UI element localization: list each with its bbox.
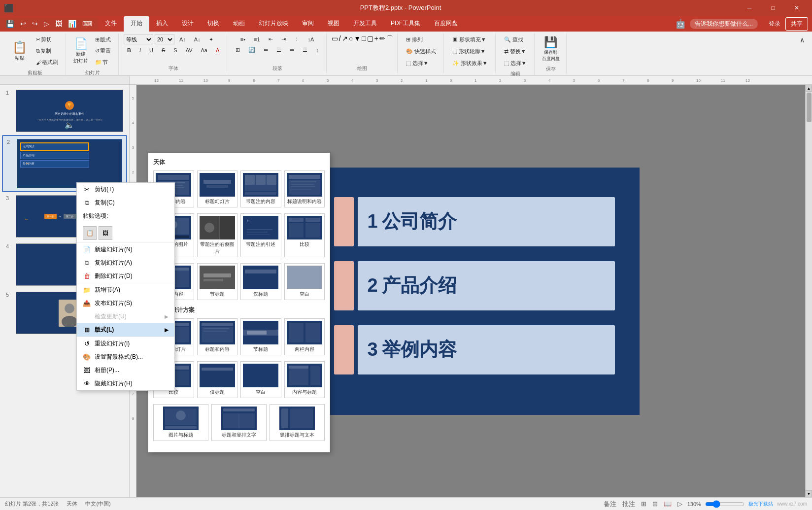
tab-home[interactable]: 开始	[124, 16, 149, 32]
justify-button[interactable]: ☰	[299, 45, 311, 55]
tab-slideshow[interactable]: 幻灯片放映	[252, 16, 295, 32]
shape-arrow-tool[interactable]: ↗	[342, 34, 348, 43]
format-painter-button[interactable]: 🖌格式刷	[33, 57, 62, 68]
shape-circle-tool[interactable]: ○	[349, 34, 353, 43]
font-size-select[interactable]: 20	[155, 34, 174, 44]
layout-section[interactable]: 节标题	[197, 263, 238, 300]
save-to-cloud-button[interactable]: 💾 保存到百度网盘	[540, 34, 562, 64]
align-center-button[interactable]: ☰	[273, 45, 285, 55]
shape-line-tool[interactable]: /	[339, 34, 341, 43]
shape-fill-button[interactable]: ▣ 形状填充▼	[449, 34, 491, 45]
shape-effect-button[interactable]: ✨ 形状效果▼	[449, 58, 491, 68]
qat-save-button[interactable]: 💾	[4, 19, 16, 29]
layout-button[interactable]: ⊞版式	[92, 34, 114, 45]
layout-title-vert[interactable]: 标题和竖排文字	[211, 404, 267, 441]
ctx-layout[interactable]: ⊞ 版式(L) ▶	[77, 323, 174, 337]
decrease-indent-button[interactable]: ⇤	[265, 34, 276, 44]
increase-indent-button[interactable]: ⇥	[278, 34, 289, 44]
ctx-hide-slide[interactable]: 👁 隐藏幻灯片(H)	[77, 377, 174, 390]
column-button[interactable]: ⋮	[291, 34, 303, 44]
vscroll-up-button[interactable]: ▲	[806, 85, 812, 92]
slide-image-1[interactable]: 🏆 历史记录中的著名事件 一些关于人类历史事件的有趣信息，请注意，这只是一些例子…	[16, 90, 123, 132]
layout-caption-right-img[interactable]: 带题注的右侧图片	[197, 213, 238, 257]
collapse-ribbon-button[interactable]: ∧	[797, 34, 807, 45]
layout-title-desc[interactable]: 标题说明和内容	[284, 170, 325, 207]
shape-outline-button[interactable]: ⬚ 形状轮廓▼	[449, 46, 491, 57]
qat-undo-button[interactable]: ↩	[18, 19, 28, 29]
layout-content-title[interactable]: 内容与标题	[284, 361, 325, 398]
cut-button[interactable]: ✂剪切	[33, 34, 62, 45]
ctx-reset-slide[interactable]: ↺ 重设幻灯片(I)	[77, 337, 174, 350]
login-button[interactable]: 登录	[764, 18, 785, 30]
tab-view[interactable]: 视图	[321, 16, 346, 32]
layout-custom-sec[interactable]: 节标题	[240, 318, 281, 355]
clear-format-button[interactable]: ✦	[205, 35, 217, 44]
font-family-select[interactable]: 等线	[124, 34, 153, 44]
slide-image-2[interactable]: 公司简介 产品介绍 举例内容 ←	[17, 139, 122, 188]
qat-extra-button[interactable]: ⌨	[80, 19, 94, 29]
italic-button[interactable]: I	[136, 46, 144, 55]
layout-custom-tc[interactable]: 标题和内容	[197, 318, 238, 355]
font-decrease-button[interactable]: A↓	[191, 35, 204, 44]
shadow-button[interactable]: S	[170, 46, 180, 55]
new-slide-button[interactable]: 📄 新建幻灯片	[71, 36, 91, 66]
layout-compare[interactable]: 比较	[284, 213, 325, 257]
tab-transition[interactable]: 切换	[201, 16, 226, 32]
main-slide[interactable]: 1 公司简介 2 产品介绍 3 举例内容	[309, 168, 640, 415]
layout-custom-title-only[interactable]: 仅标题	[197, 361, 238, 398]
ctx-album[interactable]: 🖼 相册(P)...	[77, 364, 174, 377]
tab-pdf[interactable]: PDF工具集	[384, 16, 427, 32]
comments-button[interactable]: 批注	[621, 499, 636, 510]
layout-custom-2c[interactable]: 两栏内容	[284, 318, 325, 355]
strikethrough-button[interactable]: S	[158, 46, 169, 55]
bold-button[interactable]: B	[124, 46, 135, 55]
ctx-publish-slide[interactable]: 📤 发布幻灯片(S)	[77, 297, 174, 310]
select-edit-button[interactable]: ⬚ 选择▼	[501, 58, 530, 68]
ctx-bg-format[interactable]: 🎨 设置背景格式(B)...	[77, 350, 174, 364]
section-button[interactable]: 📁节	[92, 57, 114, 68]
ctx-copy[interactable]: ⧉ 复制(C)	[77, 196, 174, 209]
shape-select-tool[interactable]: ▭	[332, 34, 338, 43]
maximize-button[interactable]: □	[762, 0, 784, 16]
font-increase-button[interactable]: A↑	[176, 35, 189, 44]
reset-button[interactable]: ↺重置	[92, 46, 114, 56]
ctx-paste-options[interactable]: 粘贴选项: 📋 🖼	[77, 209, 174, 242]
close-button[interactable]: ✕	[785, 0, 808, 16]
ctx-cut[interactable]: ✂ 剪切(T)	[77, 183, 174, 196]
font-color-button[interactable]: A	[212, 46, 223, 55]
normal-view-button[interactable]: ⊞	[640, 499, 647, 509]
share-button[interactable]: 共享	[785, 17, 808, 31]
text-direction-button[interactable]: ↕A	[304, 34, 318, 44]
find-button[interactable]: 🔍 查找	[501, 34, 530, 45]
vscroll-thumb[interactable]	[807, 93, 812, 122]
ctx-new-slide[interactable]: 📄 新建幻灯片(N)	[77, 242, 174, 256]
minimize-button[interactable]: ─	[738, 0, 761, 16]
spacing-button[interactable]: AV	[182, 46, 196, 55]
case-button[interactable]: Aa	[198, 46, 211, 55]
ctx-new-section[interactable]: 📁 新增节(A)	[77, 283, 174, 297]
tab-design[interactable]: 设计	[175, 16, 201, 32]
shape-rect-tool[interactable]: □	[362, 34, 366, 43]
slideshow-button[interactable]: ▷	[677, 499, 683, 509]
smartart-button[interactable]: 🔄	[245, 45, 259, 55]
align-objects-button[interactable]: ⊞	[232, 45, 243, 55]
underline-button[interactable]: U	[146, 46, 157, 55]
paste-button[interactable]: 📋 粘贴	[8, 38, 32, 64]
qat-accessibility-button[interactable]: 🖼	[53, 19, 64, 29]
layout-caption-quote[interactable]: " 带题注的引述	[240, 213, 281, 257]
search-box[interactable]: 告诉我你想要做什么...	[690, 19, 758, 29]
vscroll-down-button[interactable]: ▼	[806, 490, 812, 497]
align-right-button[interactable]: ➡	[286, 45, 298, 55]
tab-baidu[interactable]: 百度网盘	[427, 16, 465, 32]
replace-button[interactable]: ⇄ 替换▼	[501, 46, 530, 57]
layout-caption-content[interactable]: 带题注的内容	[240, 170, 281, 207]
align-left-button[interactable]: ⬅	[260, 45, 271, 55]
tab-insert[interactable]: 插入	[149, 16, 175, 32]
slide-thumb-1[interactable]: 1 🏆 历史记录中的著名事件 一些关于人类历史事件的有趣信息，请注意，这只是一些…	[2, 87, 127, 135]
ctx-duplicate-slide[interactable]: ⧉ 复制幻灯片(A)	[77, 256, 174, 270]
layout-title-only[interactable]: 仅标题	[240, 263, 281, 300]
numbering-button[interactable]: ≡1	[250, 34, 264, 44]
freeform-tool[interactable]: ✏	[379, 34, 385, 43]
quick-styles-button[interactable]: 🎨 快速样式	[403, 46, 440, 57]
reading-view-button[interactable]: 📖	[663, 499, 673, 509]
